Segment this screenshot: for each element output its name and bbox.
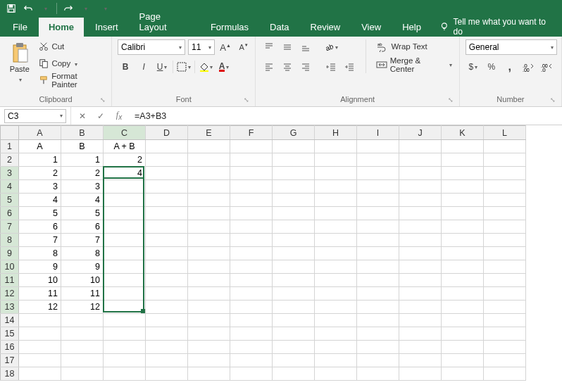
cell[interactable] — [399, 260, 442, 274]
row-header[interactable]: 8 — [1, 234, 19, 247]
bold-button[interactable]: B — [118, 59, 133, 75]
cell[interactable]: 1 — [61, 153, 104, 167]
font-name-select[interactable]: Calibri▾ — [118, 39, 185, 55]
cell[interactable] — [273, 140, 315, 153]
cell[interactable] — [273, 194, 315, 207]
cell[interactable] — [230, 220, 273, 234]
cell[interactable] — [484, 140, 526, 153]
cell[interactable] — [357, 247, 399, 260]
cell[interactable] — [230, 180, 273, 194]
cell[interactable] — [188, 354, 230, 367]
cell[interactable] — [484, 247, 526, 260]
cell[interactable] — [230, 207, 273, 220]
italic-button[interactable]: I — [136, 59, 151, 75]
cell[interactable] — [273, 220, 315, 234]
tab-insert[interactable]: Insert — [85, 18, 128, 37]
undo-button[interactable] — [21, 1, 35, 15]
cell[interactable] — [357, 274, 399, 287]
row-header[interactable]: 11 — [1, 274, 19, 287]
cell[interactable] — [442, 314, 484, 327]
row-header[interactable]: 17 — [1, 354, 19, 367]
cell[interactable] — [442, 180, 484, 194]
cell[interactable] — [230, 140, 273, 153]
cell[interactable] — [484, 260, 526, 274]
tab-help[interactable]: Help — [392, 18, 431, 37]
cell[interactable] — [484, 354, 526, 367]
cell[interactable]: 6 — [19, 220, 61, 234]
orientation-button[interactable]: ab — [323, 39, 339, 55]
cell[interactable]: 10 — [61, 274, 104, 287]
cell[interactable] — [315, 194, 357, 207]
cell[interactable] — [146, 247, 188, 260]
cell[interactable] — [188, 140, 230, 153]
cell[interactable] — [188, 167, 230, 180]
cell[interactable] — [273, 287, 315, 301]
row-header[interactable]: 3 — [1, 167, 19, 180]
cell[interactable] — [146, 140, 188, 153]
column-header[interactable]: E — [188, 126, 230, 140]
cell[interactable] — [357, 234, 399, 247]
cell[interactable] — [399, 180, 442, 194]
cell[interactable]: 8 — [61, 247, 104, 260]
cell[interactable] — [273, 327, 315, 341]
cell[interactable] — [357, 167, 399, 180]
cell[interactable] — [146, 367, 188, 381]
cell[interactable] — [273, 234, 315, 247]
cell[interactable] — [188, 247, 230, 260]
cell[interactable] — [188, 314, 230, 327]
cell[interactable] — [357, 220, 399, 234]
column-header[interactable]: D — [146, 126, 188, 140]
save-button[interactable] — [4, 1, 18, 15]
cell[interactable] — [188, 260, 230, 274]
cell[interactable] — [484, 220, 526, 234]
column-header[interactable]: K — [442, 126, 484, 140]
cell[interactable] — [146, 314, 188, 327]
row-header[interactable]: 10 — [1, 260, 19, 274]
cell[interactable] — [61, 341, 104, 354]
cell[interactable] — [357, 180, 399, 194]
column-header[interactable]: J — [399, 126, 442, 140]
cell[interactable] — [442, 367, 484, 381]
cell[interactable] — [230, 153, 273, 167]
tab-page-layout[interactable]: Page Layout — [130, 7, 199, 37]
cell[interactable] — [230, 367, 273, 381]
undo-dropdown[interactable] — [38, 1, 52, 15]
row-header[interactable]: 13 — [1, 301, 19, 314]
select-all-corner[interactable] — [1, 126, 19, 140]
cell[interactable] — [146, 260, 188, 274]
cell[interactable] — [484, 301, 526, 314]
cell[interactable] — [399, 274, 442, 287]
cell[interactable]: B — [61, 140, 104, 153]
number-format-select[interactable]: General▾ — [466, 39, 557, 55]
cell[interactable]: 4 — [61, 194, 104, 207]
row-header[interactable]: 4 — [1, 180, 19, 194]
cell[interactable]: 8 — [19, 247, 61, 260]
cell[interactable] — [188, 234, 230, 247]
cell[interactable] — [315, 301, 357, 314]
cell[interactable] — [146, 287, 188, 301]
decrease-font-button[interactable]: A▼ — [236, 39, 251, 55]
cell[interactable] — [230, 247, 273, 260]
cell[interactable] — [315, 180, 357, 194]
cell[interactable] — [146, 194, 188, 207]
cell[interactable] — [357, 354, 399, 367]
cell[interactable] — [230, 354, 273, 367]
cell[interactable] — [188, 207, 230, 220]
column-header[interactable]: G — [273, 126, 315, 140]
row-header[interactable]: 12 — [1, 287, 19, 301]
cell[interactable] — [230, 314, 273, 327]
tab-home[interactable]: Home — [39, 18, 84, 37]
tell-me-search[interactable]: Tell me what you want to do — [432, 17, 562, 37]
cell[interactable] — [273, 301, 315, 314]
cell[interactable] — [188, 367, 230, 381]
cell[interactable]: 7 — [61, 234, 104, 247]
tab-formulas[interactable]: Formulas — [201, 18, 258, 37]
percent-format-button[interactable]: % — [484, 59, 499, 75]
cell[interactable] — [484, 194, 526, 207]
cell[interactable] — [104, 260, 146, 274]
fill-color-button[interactable] — [198, 59, 213, 75]
cell[interactable] — [146, 327, 188, 341]
cell[interactable] — [357, 260, 399, 274]
cell[interactable]: 9 — [19, 260, 61, 274]
insert-function-button[interactable]: fx — [112, 109, 126, 123]
